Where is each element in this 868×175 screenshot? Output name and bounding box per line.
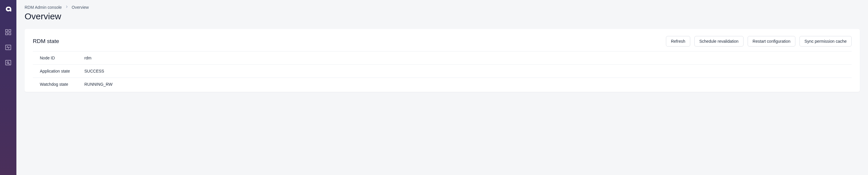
svg-rect-0 [6, 30, 8, 32]
chevron-right-icon [65, 5, 69, 10]
main-content: RDM Admin console Overview Overview RDM … [17, 0, 868, 175]
button-row: Refresh Schedule revalidation Restart co… [666, 36, 851, 46]
sync-permission-cache-button[interactable]: Sync permission cache [800, 36, 851, 46]
sidebar [0, 0, 17, 175]
side-nav [5, 29, 12, 66]
sidebar-item-dashboard[interactable] [5, 29, 12, 36]
table-row: Application state SUCCESS [33, 65, 851, 78]
breadcrumb-current: Overview [72, 5, 89, 10]
svg-rect-1 [9, 30, 11, 32]
sidebar-item-search[interactable] [5, 59, 12, 66]
row-value: rdm [84, 51, 851, 65]
sidebar-item-monitor[interactable] [5, 44, 12, 51]
svg-line-7 [9, 64, 10, 65]
row-label: Node ID [33, 51, 84, 65]
page-title: Overview [25, 11, 860, 21]
row-label: Application state [33, 65, 84, 78]
breadcrumb-root[interactable]: RDM Admin console [25, 5, 62, 10]
app-logo [4, 5, 12, 13]
table-row: Watchdog state RUNNING_RW [33, 78, 851, 91]
schedule-revalidation-button[interactable]: Schedule revalidation [694, 36, 744, 46]
state-table: Node ID rdm Application state SUCCESS Wa… [33, 51, 851, 91]
row-value: RUNNING_RW [84, 78, 851, 91]
svg-point-6 [7, 62, 9, 64]
table-row: Node ID rdm [33, 51, 851, 65]
refresh-button[interactable]: Refresh [666, 36, 690, 46]
row-value: SUCCESS [84, 65, 851, 78]
card-title: RDM state [33, 38, 59, 44]
svg-rect-5 [6, 60, 11, 65]
svg-rect-3 [9, 33, 11, 35]
svg-rect-2 [6, 33, 8, 35]
breadcrumb: RDM Admin console Overview [25, 5, 860, 10]
restart-configuration-button[interactable]: Restart configuration [748, 36, 795, 46]
rdm-state-card: RDM state Refresh Schedule revalidation … [25, 29, 860, 92]
row-label: Watchdog state [33, 78, 84, 91]
